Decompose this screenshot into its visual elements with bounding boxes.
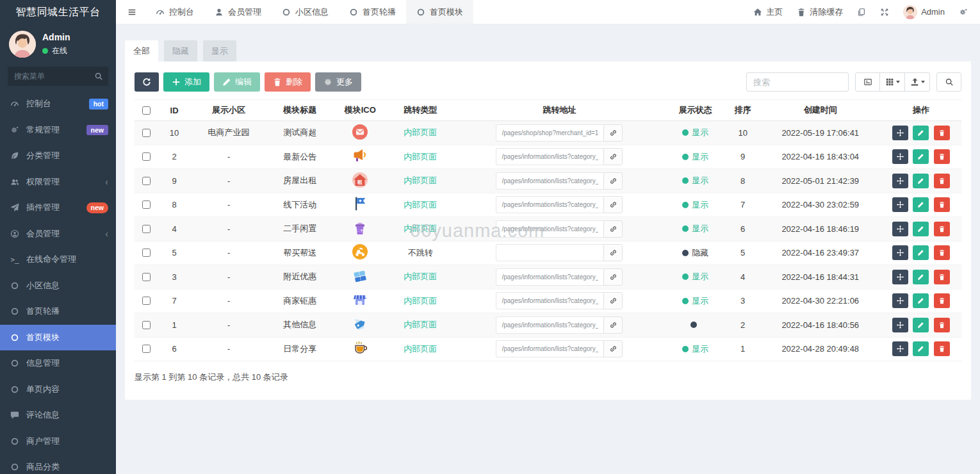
sidebar-item-常规管理[interactable]: 常规管理new — [0, 117, 116, 143]
search-button[interactable] — [936, 72, 961, 92]
sidebar-item-商品分类[interactable]: 商品分类 — [0, 454, 116, 474]
edit-row-button[interactable] — [913, 293, 929, 308]
link-button[interactable] — [603, 244, 623, 261]
delete-row-button[interactable] — [934, 174, 950, 188]
link-button[interactable] — [603, 268, 623, 286]
sidebar-item-评论信息[interactable]: 评论信息 — [0, 402, 116, 429]
edit-row-button[interactable] — [913, 149, 929, 164]
row-checkbox[interactable] — [142, 321, 151, 329]
link-button[interactable] — [603, 292, 623, 309]
delete-row-button[interactable] — [934, 197, 950, 212]
sidebar-item-控制台[interactable]: 控制台hot — [0, 91, 116, 117]
row-checkbox[interactable] — [142, 225, 151, 233]
drag-move-button[interactable] — [892, 293, 908, 308]
jump-url-input[interactable] — [496, 196, 603, 213]
delete-row-button[interactable] — [934, 149, 950, 164]
nav-tab-小区信息[interactable]: 小区信息 — [272, 0, 339, 24]
page-refresh-button[interactable] — [850, 0, 873, 24]
row-checkbox[interactable] — [142, 129, 151, 137]
sidebar-item-插件管理[interactable]: 插件管理new — [0, 195, 116, 221]
link-button[interactable] — [603, 172, 623, 190]
drag-move-button[interactable] — [892, 341, 908, 356]
sidebar-item-分类管理[interactable]: 分类管理 — [0, 143, 116, 169]
link-button[interactable] — [603, 196, 623, 213]
link-button[interactable] — [603, 340, 623, 357]
jump-url-input[interactable] — [496, 292, 603, 309]
drag-move-button[interactable] — [892, 245, 908, 260]
refresh-button[interactable] — [135, 72, 159, 92]
row-checkbox[interactable] — [142, 249, 151, 257]
link-button[interactable] — [603, 148, 623, 165]
home-link[interactable]: 主页 — [746, 0, 790, 24]
toggle-view-button[interactable] — [855, 72, 880, 92]
select-all-checkbox[interactable] — [142, 106, 151, 115]
drag-move-button[interactable] — [892, 318, 908, 332]
delete-row-button[interactable] — [934, 126, 950, 140]
link-button[interactable] — [603, 220, 623, 238]
jump-url-input[interactable] — [496, 172, 603, 190]
table-search-input[interactable] — [746, 72, 849, 92]
delete-button[interactable]: 删除 — [265, 72, 311, 92]
sidebar-item-首页模块[interactable]: 首页模块 — [0, 325, 116, 351]
jump-url-input[interactable] — [496, 220, 603, 238]
filter-tab-隐藏[interactable]: 隐藏 — [164, 40, 197, 61]
menu-search-input[interactable] — [8, 67, 108, 86]
nav-tab-首页模块[interactable]: 首页模块 — [406, 0, 473, 24]
nav-tab-首页轮播[interactable]: 首页轮播 — [339, 0, 406, 24]
row-checkbox[interactable] — [142, 297, 151, 305]
nav-tab-会员管理[interactable]: 会员管理 — [204, 0, 272, 24]
row-checkbox[interactable] — [142, 200, 151, 209]
sidebar-item-会员管理[interactable]: 会员管理‹ — [0, 221, 116, 247]
drag-move-button[interactable] — [892, 149, 908, 164]
link-button[interactable] — [603, 124, 623, 142]
edit-row-button[interactable] — [913, 245, 929, 260]
sidebar-item-在线命令管理[interactable]: >_在线命令管理 — [0, 247, 116, 273]
edit-row-button[interactable] — [913, 174, 929, 188]
sidebar-item-小区信息[interactable]: 小区信息 — [0, 273, 116, 299]
edit-row-button[interactable] — [913, 270, 929, 284]
filter-tab-显示[interactable]: 显示 — [203, 40, 236, 61]
jump-url-input[interactable] — [496, 340, 603, 357]
link-button[interactable] — [603, 316, 623, 334]
delete-row-button[interactable] — [934, 245, 950, 260]
add-button[interactable]: 添加 — [163, 72, 209, 92]
nav-tab-控制台[interactable]: 控制台 — [145, 0, 204, 24]
columns-button[interactable] — [880, 72, 905, 92]
drag-move-button[interactable] — [892, 270, 908, 284]
drag-move-button[interactable] — [892, 222, 908, 236]
jump-url-input[interactable] — [496, 244, 603, 261]
edit-row-button[interactable] — [913, 197, 929, 212]
edit-row-button[interactable] — [913, 126, 929, 140]
row-checkbox[interactable] — [142, 152, 151, 161]
drag-move-button[interactable] — [892, 126, 908, 140]
sidebar-item-商户管理[interactable]: 商户管理 — [0, 429, 116, 455]
user-menu[interactable]: Admin — [896, 0, 952, 24]
jump-url-input[interactable] — [496, 124, 603, 142]
row-checkbox[interactable] — [142, 177, 151, 185]
sidebar-item-权限管理[interactable]: 权限管理‹ — [0, 169, 116, 195]
delete-row-button[interactable] — [934, 222, 950, 236]
clear-cache-link[interactable]: 清除缓存 — [790, 0, 850, 24]
settings-button[interactable] — [952, 0, 975, 24]
jump-url-input[interactable] — [496, 316, 603, 334]
export-button[interactable] — [905, 72, 930, 92]
fullscreen-button[interactable] — [873, 0, 896, 24]
edit-button[interactable]: 编辑 — [214, 72, 260, 92]
edit-row-button[interactable] — [913, 222, 929, 236]
delete-row-button[interactable] — [934, 270, 950, 284]
jump-url-input[interactable] — [496, 148, 603, 165]
delete-row-button[interactable] — [934, 293, 950, 308]
drag-move-button[interactable] — [892, 174, 908, 188]
row-checkbox[interactable] — [142, 345, 151, 353]
row-checkbox[interactable] — [142, 273, 151, 281]
drag-move-button[interactable] — [892, 197, 908, 212]
sidebar-item-信息管理[interactable]: 信息管理 — [0, 350, 116, 377]
sidebar-item-单页内容[interactable]: 单页内容 — [0, 377, 116, 403]
edit-row-button[interactable] — [913, 341, 929, 356]
sidebar-item-首页轮播[interactable]: 首页轮播 — [0, 298, 116, 325]
delete-row-button[interactable] — [934, 341, 950, 356]
more-button[interactable]: 更多 — [315, 72, 361, 92]
delete-row-button[interactable] — [934, 318, 950, 332]
edit-row-button[interactable] — [913, 318, 929, 332]
filter-tab-全部[interactable]: 全部 — [125, 40, 158, 61]
